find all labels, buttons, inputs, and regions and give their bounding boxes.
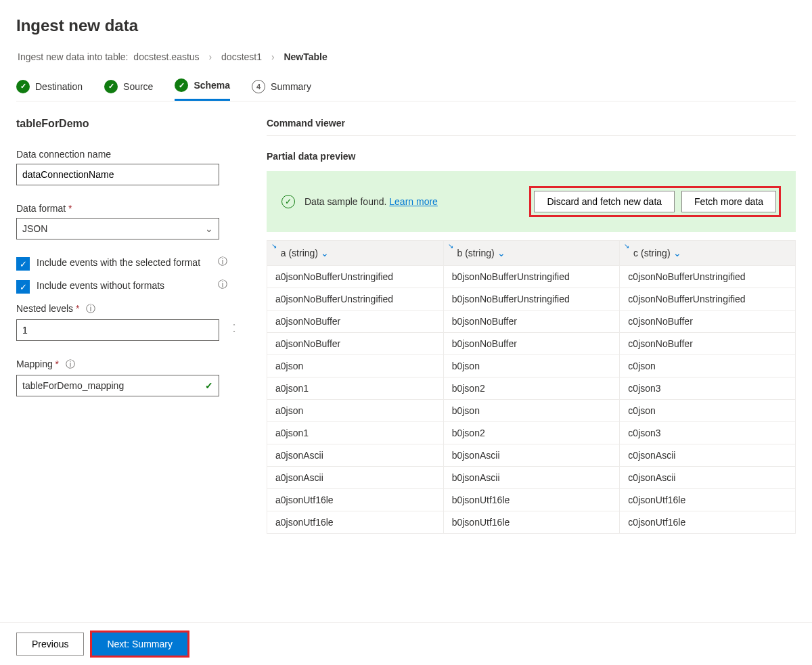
learn-more-link[interactable]: Learn more: [389, 196, 438, 207]
table-cell: b0jsonAscii: [443, 444, 620, 467]
step-schema[interactable]: ✓ Schema: [175, 78, 230, 101]
include-without-format-row: ✓ Include events without formats ⓘ: [16, 280, 240, 294]
chevron-down-icon: ⌄: [205, 223, 213, 234]
include-selected-format-label: Include events with the selected format: [37, 257, 200, 268]
chevron-down-icon[interactable]: ⌄: [673, 248, 681, 258]
success-icon: ✓: [281, 195, 295, 208]
wizard-steps: ✓ Destination ✓ Source ✓ Schema 4 Summar…: [16, 78, 796, 101]
table-cell: c0jsonNoBufferUnstringified: [620, 288, 796, 311]
page-title: Ingest new data: [16, 16, 796, 35]
table-row: a0jsonNoBufferb0jsonNoBufferc0jsonNoBuff…: [267, 333, 796, 355]
table-cell: c0jsonUtf16le: [620, 489, 796, 511]
table-cell: a0jsonNoBufferUnstringified: [267, 266, 444, 288]
step-summary[interactable]: 4 Summary: [252, 78, 311, 101]
step-label: Destination: [35, 81, 83, 92]
table-cell: a0jsonAscii: [267, 467, 444, 489]
table-cell: a0json: [267, 355, 444, 377]
table-cell: a0json1: [267, 422, 444, 444]
table-cell: b0json2: [443, 422, 620, 444]
format-value: JSON: [22, 223, 47, 234]
table-cell: c0json3: [620, 377, 796, 400]
table-cell: a0json1: [267, 377, 444, 400]
format-select[interactable]: JSON ⌄: [16, 218, 219, 239]
check-icon: ✓: [104, 80, 118, 93]
table-row: a0jsonNoBufferb0jsonNoBufferc0jsonNoBuff…: [267, 311, 796, 333]
conn-label: Data connection name: [16, 149, 240, 160]
info-icon[interactable]: ⓘ: [66, 359, 75, 369]
table-cell: c0json: [620, 400, 796, 422]
nested-label: Nested levels * ⓘ: [16, 303, 240, 315]
left-panel: tableForDemo Data connection name Data f…: [16, 118, 240, 534]
table-cell: b0jsonNoBufferUnstringified: [443, 266, 620, 288]
breadcrumb-part-0[interactable]: docstest.eastus: [133, 51, 199, 62]
check-icon: ✓: [175, 78, 188, 92]
table-cell: c0jsonNoBuffer: [620, 333, 796, 355]
table-row: a0jsonUtf16leb0jsonUtf16lec0jsonUtf16le: [267, 489, 796, 511]
table-cell: b0jsonNoBuffer: [443, 311, 620, 333]
step-label: Source: [123, 81, 153, 92]
step-label: Schema: [194, 80, 230, 91]
step-label: Summary: [271, 81, 311, 92]
mapping-value: tableForDemo_mapping: [22, 380, 124, 391]
table-row: a0jsonNoBufferUnstringifiedb0jsonNoBuffe…: [267, 288, 796, 311]
breadcrumb-part-1[interactable]: docstest1: [221, 51, 262, 62]
column-header[interactable]: ↘ c (string)⌄: [620, 241, 796, 266]
table-row: a0jsonb0jsonc0json: [267, 400, 796, 422]
info-icon[interactable]: ⓘ: [86, 303, 95, 314]
format-label: Data format *: [16, 203, 240, 214]
table-cell: c0jsonAscii: [620, 444, 796, 467]
table-cell: b0json: [443, 400, 620, 422]
preview-table: ↘ a (string)⌄↘ b (string)⌄↘ c (string)⌄ …: [267, 240, 796, 534]
table-cell: b0json2: [443, 377, 620, 400]
table-cell: b0jsonNoBuffer: [443, 333, 620, 355]
table-row: a0json1b0json2c0json3: [267, 377, 796, 400]
step-destination[interactable]: ✓ Destination: [16, 78, 83, 101]
table-cell: b0jsonUtf16le: [443, 511, 620, 534]
table-cell: a0jsonNoBuffer: [267, 311, 444, 333]
breadcrumb: Ingest new data into table: docstest.eas…: [16, 51, 796, 62]
chevron-up-icon[interactable]: ˄: [233, 323, 235, 330]
banner-message: Data sample found. Learn more: [304, 196, 438, 207]
table-row: a0jsonb0jsonc0json: [267, 355, 796, 377]
include-selected-format-checkbox[interactable]: ✓: [16, 257, 30, 271]
breadcrumb-part-2: NewTable: [284, 51, 327, 62]
include-without-format-checkbox[interactable]: ✓: [16, 280, 30, 294]
table-cell: b0jsonUtf16le: [443, 489, 620, 511]
column-header[interactable]: ↘ a (string)⌄: [267, 241, 444, 266]
conn-name-input[interactable]: [16, 164, 219, 185]
table-row: a0jsonUtf16leb0jsonUtf16lec0jsonUtf16le: [267, 511, 796, 534]
step-source[interactable]: ✓ Source: [104, 78, 153, 101]
chevron-right-icon: ›: [271, 51, 275, 62]
new-column-icon: ↘: [448, 242, 453, 250]
include-selected-format-row: ✓ Include events with the selected forma…: [16, 257, 240, 271]
info-icon[interactable]: ⓘ: [218, 256, 227, 268]
check-icon: ✓: [205, 380, 213, 391]
table-cell: b0json: [443, 355, 620, 377]
table-cell: c0jsonUtf16le: [620, 511, 796, 534]
table-row: a0jsonNoBufferUnstringifiedb0jsonNoBuffe…: [267, 266, 796, 288]
table-cell: a0jsonNoBuffer: [267, 333, 444, 355]
table-cell: a0jsonAscii: [267, 444, 444, 467]
nested-levels-input[interactable]: [16, 319, 219, 341]
discard-fetch-button[interactable]: Discard and fetch new data: [534, 191, 675, 212]
chevron-down-icon[interactable]: ˅: [233, 330, 235, 337]
stepper-controls[interactable]: ˄ ˅: [233, 319, 235, 341]
chevron-down-icon[interactable]: ⌄: [321, 248, 329, 258]
table-cell: c0json3: [620, 422, 796, 444]
mapping-select[interactable]: tableForDemo_mapping ✓: [16, 375, 219, 396]
column-header[interactable]: ↘ b (string)⌄: [443, 241, 620, 266]
table-row: a0jsonAsciib0jsonAsciic0jsonAscii: [267, 467, 796, 489]
chevron-down-icon[interactable]: ⌄: [497, 248, 505, 258]
table-cell: a0jsonNoBufferUnstringified: [267, 288, 444, 311]
fetch-more-button[interactable]: Fetch more data: [681, 191, 776, 212]
mapping-label: Mapping * ⓘ: [16, 359, 240, 371]
table-name-heading: tableForDemo: [16, 118, 240, 130]
check-icon: ✓: [16, 80, 30, 93]
table-cell: c0jsonAscii: [620, 467, 796, 489]
include-without-format-label: Include events without formats: [37, 280, 164, 291]
table-cell: b0jsonNoBufferUnstringified: [443, 288, 620, 311]
info-icon[interactable]: ⓘ: [218, 279, 227, 291]
table-row: a0json1b0json2c0json3: [267, 422, 796, 444]
table-cell: c0jsonNoBufferUnstringified: [620, 266, 796, 288]
right-panel: Command viewer Partial data preview ✓ Da…: [267, 118, 796, 534]
